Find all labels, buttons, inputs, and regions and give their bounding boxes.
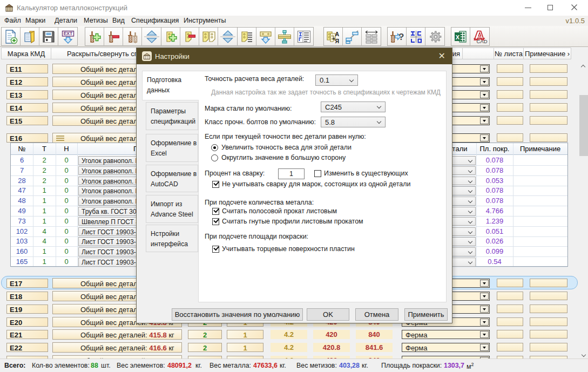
svg-text:CAD: CAD bbox=[476, 38, 487, 44]
svg-text:Я: Я bbox=[335, 37, 340, 44]
svg-text:?: ? bbox=[398, 32, 404, 42]
svg-text:А: А bbox=[335, 31, 340, 37]
svg-text:EXT: EXT bbox=[63, 31, 72, 36]
svg-text:X: X bbox=[456, 33, 460, 40]
